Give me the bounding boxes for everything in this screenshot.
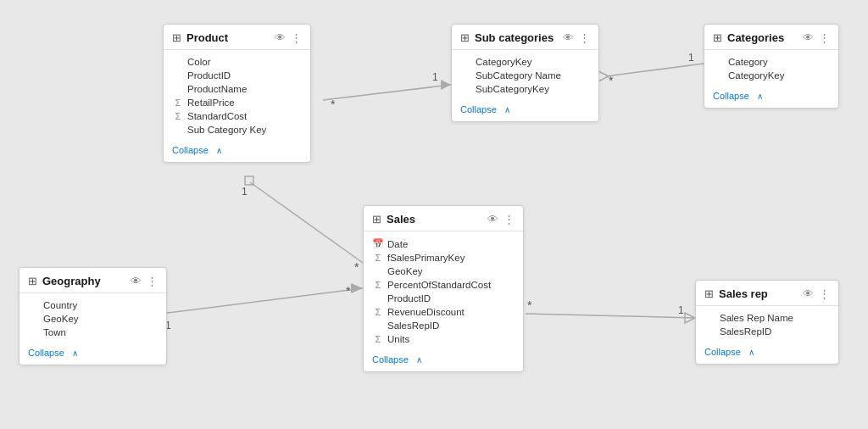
- eye-icon[interactable]: 👁: [563, 31, 574, 44]
- svg-marker-3: [441, 80, 451, 90]
- list-item: GeoKey: [28, 312, 158, 326]
- list-item: GeoKey: [372, 265, 515, 278]
- field-name: CategoryKey: [476, 57, 531, 67]
- more-icon[interactable]: ⋮: [291, 31, 302, 44]
- eye-icon[interactable]: 👁: [487, 213, 498, 226]
- geography-table-fields: Country GeoKey Town: [19, 293, 166, 344]
- list-item: 📅Date: [372, 237, 515, 251]
- salesrep-table-header: ⊞ Sales rep 👁 ⋮: [696, 281, 838, 306]
- list-item: CategoryKey: [713, 69, 830, 82]
- eye-icon[interactable]: 👁: [131, 275, 142, 287]
- svg-text:1: 1: [678, 304, 684, 316]
- calendar-icon: 📅: [372, 238, 384, 249]
- list-item: ΣStandardCost: [172, 109, 302, 123]
- product-table-header: ⊞ Product 👁 ⋮: [164, 25, 310, 50]
- field-name: Date: [387, 239, 408, 249]
- svg-line-17: [526, 314, 695, 318]
- field-name: PercentOfStandardCost: [387, 280, 491, 290]
- more-icon[interactable]: ⋮: [579, 31, 590, 44]
- field-name: SubCategory Name: [476, 70, 561, 81]
- list-item: ΣRetailPrice: [172, 96, 302, 109]
- svg-line-0: [323, 85, 451, 100]
- svg-text:*: *: [354, 260, 359, 274]
- geography-table-title: Geography: [42, 275, 125, 287]
- field-name: ProductID: [187, 70, 231, 81]
- field-name: Category: [728, 57, 768, 67]
- diagram-canvas: * 1 * 1 1 * 1 * * 1 ⊞ Produc: [0, 0, 868, 429]
- table-db-icon: ⊞: [460, 31, 470, 44]
- salesrep-table-title: Sales rep: [719, 287, 798, 300]
- more-icon[interactable]: ⋮: [147, 275, 158, 287]
- categories-table-title: Categories: [727, 31, 798, 44]
- salesrep-collapse[interactable]: Collapse: [696, 343, 838, 364]
- salesrep-table: ⊞ Sales rep 👁 ⋮ Sales Rep Name SalesRepI…: [695, 280, 839, 365]
- list-item: ProductName: [172, 82, 302, 96]
- subcategories-table-title: Sub categories: [475, 31, 558, 44]
- field-name: SalesRepID: [387, 320, 439, 331]
- subcategories-collapse[interactable]: Collapse: [452, 101, 598, 121]
- sales-table-header: ⊞ Sales 👁 ⋮: [364, 206, 523, 231]
- field-name: Sales Rep Name: [720, 313, 793, 323]
- list-item: Country: [28, 298, 158, 312]
- geography-collapse[interactable]: Collapse: [19, 344, 166, 365]
- list-item: ΣfSalesPrimaryKey: [372, 251, 515, 265]
- field-name: RetailPrice: [187, 98, 235, 108]
- sigma-icon: Σ: [372, 280, 384, 290]
- list-item: Town: [28, 326, 158, 339]
- svg-marker-7: [598, 71, 609, 81]
- categories-collapse[interactable]: Collapse: [704, 87, 838, 108]
- product-table-title: Product: [186, 31, 270, 44]
- table-db-icon: ⊞: [28, 275, 37, 287]
- field-name: CategoryKey: [728, 70, 784, 81]
- sales-collapse[interactable]: Collapse: [364, 351, 523, 371]
- more-icon[interactable]: ⋮: [504, 213, 515, 226]
- svg-rect-11: [245, 176, 253, 185]
- field-name: ProductID: [387, 293, 431, 304]
- svg-text:*: *: [609, 74, 614, 87]
- svg-text:*: *: [527, 298, 532, 312]
- svg-line-4: [606, 64, 704, 76]
- list-item: SubCategory Name: [460, 69, 590, 82]
- list-item: Color: [172, 55, 302, 69]
- list-item: ProductID: [372, 292, 515, 305]
- categories-table-header: ⊞ Categories 👁 ⋮: [704, 25, 838, 50]
- table-db-icon: ⊞: [172, 31, 181, 44]
- subcategories-table: ⊞ Sub categories 👁 ⋮ CategoryKey SubCate…: [451, 24, 599, 122]
- field-name: GeoKey: [387, 266, 423, 276]
- sigma-icon: Σ: [372, 334, 384, 344]
- sigma-icon: Σ: [172, 111, 184, 121]
- svg-text:1: 1: [432, 71, 438, 83]
- sigma-icon: Σ: [372, 307, 384, 317]
- field-name: Color: [187, 57, 210, 67]
- product-table: ⊞ Product 👁 ⋮ Color ProductID ProductNam…: [163, 24, 311, 163]
- field-name: ProductName: [187, 84, 247, 94]
- list-item: CategoryKey: [460, 55, 590, 69]
- geography-table: ⊞ Geography 👁 ⋮ Country GeoKey Town Coll…: [19, 267, 167, 365]
- list-item: ΣRevenueDiscount: [372, 305, 515, 319]
- svg-marker-20: [685, 313, 695, 323]
- more-icon[interactable]: ⋮: [819, 31, 830, 44]
- list-item: Sub Category Key: [172, 123, 302, 136]
- list-item: Sales Rep Name: [704, 311, 830, 325]
- subcategories-table-header: ⊞ Sub categories 👁 ⋮: [452, 25, 598, 50]
- svg-text:*: *: [331, 98, 336, 111]
- sigma-icon: Σ: [172, 98, 184, 108]
- list-item: ΣPercentOfStandardCost: [372, 278, 515, 292]
- sales-table-fields: 📅Date ΣfSalesPrimaryKey GeoKey ΣPercentO…: [364, 231, 523, 351]
- table-db-icon: ⊞: [372, 213, 381, 226]
- svg-marker-15: [351, 283, 363, 293]
- eye-icon[interactable]: 👁: [275, 31, 286, 44]
- product-collapse[interactable]: Collapse: [164, 142, 310, 162]
- eye-icon[interactable]: 👁: [803, 31, 814, 44]
- svg-text:1: 1: [242, 186, 248, 198]
- more-icon[interactable]: ⋮: [819, 287, 830, 300]
- table-db-icon: ⊞: [713, 31, 722, 44]
- sales-table: ⊞ Sales 👁 ⋮ 📅Date ΣfSalesPrimaryKey GeoK…: [363, 205, 524, 372]
- categories-table: ⊞ Categories 👁 ⋮ Category CategoryKey Co…: [704, 24, 839, 109]
- table-db-icon: ⊞: [704, 287, 714, 300]
- list-item: ProductID: [172, 69, 302, 82]
- list-item: SubCategoryKey: [460, 82, 590, 96]
- eye-icon[interactable]: 👁: [803, 287, 814, 300]
- list-item: ΣUnits: [372, 332, 515, 346]
- field-name: RevenueDiscount: [387, 307, 465, 317]
